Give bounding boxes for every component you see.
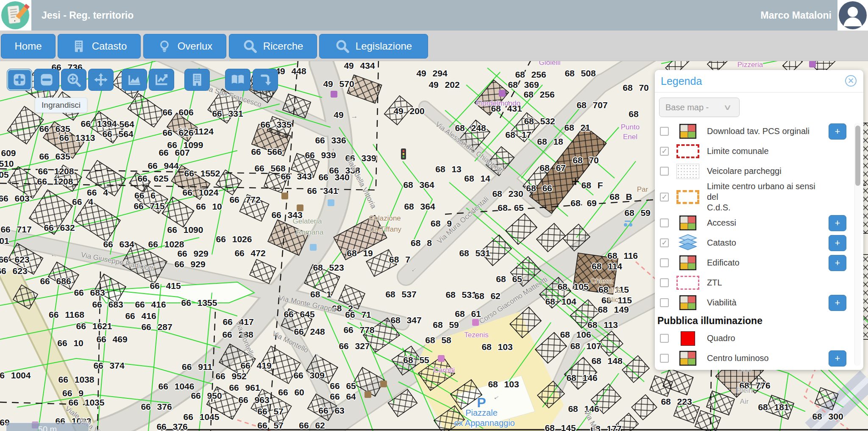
legend-label: Limite centro urbano ai sensi delC.d.S. bbox=[707, 181, 827, 213]
legend-layer-viabilit: Viabilità+ bbox=[659, 293, 863, 313]
basemap-dropdown[interactable]: Base map - ∨ bbox=[659, 98, 740, 117]
poi-icon bbox=[438, 355, 445, 362]
poi-icon bbox=[809, 61, 816, 67]
tab-catasto[interactable]: Catasto bbox=[58, 34, 141, 59]
add-layer-button-edificato[interactable]: + bbox=[829, 255, 846, 271]
tab-label: Home bbox=[14, 40, 42, 52]
orange-dashed-boundary-icon bbox=[676, 190, 699, 204]
legend-label: ZTL bbox=[707, 277, 722, 288]
checkbox-veicolare-parcheggi[interactable] bbox=[660, 167, 669, 176]
legend-layer-veicolare-parcheggi: Veicolare parcheggi bbox=[659, 161, 863, 181]
zoom-in-button[interactable] bbox=[7, 69, 32, 91]
legend-label: Viabilità bbox=[707, 297, 737, 308]
building-icon bbox=[72, 39, 86, 53]
chevron-down-icon: ∨ bbox=[723, 103, 732, 112]
buildings-button[interactable] bbox=[184, 69, 210, 91]
legend-label: Edificato bbox=[707, 257, 740, 268]
legend-label: Limite comunale bbox=[707, 146, 769, 157]
page-title: Jesi - Reg. territorio bbox=[42, 10, 134, 21]
legend-layer-ztl: ZTL bbox=[659, 273, 863, 293]
legend-layer-edificato: Edificato+ bbox=[659, 253, 863, 273]
legend-label: Quadro bbox=[707, 333, 735, 344]
traffic-light-icon bbox=[401, 148, 406, 160]
checkbox-ztl[interactable] bbox=[660, 278, 669, 287]
poi-icon bbox=[364, 391, 371, 398]
close-icon[interactable]: ✕ bbox=[845, 75, 857, 87]
logged-in-user: Marco Mataloni bbox=[761, 10, 832, 21]
tab-label: Catasto bbox=[92, 40, 127, 52]
legend-body: Base map - ∨ Download tav. PCS orginali+… bbox=[655, 92, 863, 370]
layers-icon bbox=[678, 234, 698, 252]
pan-icon bbox=[93, 72, 108, 87]
checkbox-centro-luminoso[interactable] bbox=[660, 354, 669, 363]
checkbox-viabilit[interactable] bbox=[660, 298, 669, 307]
add-layer-button-catasto[interactable]: + bbox=[829, 235, 846, 251]
building-icon bbox=[189, 72, 205, 87]
checkbox-quadro[interactable] bbox=[660, 334, 669, 343]
profile-chart-button[interactable] bbox=[122, 69, 147, 91]
tab-label: Overlux bbox=[178, 40, 213, 52]
legend-label: Catasto bbox=[707, 238, 736, 248]
dotted-fill-icon bbox=[676, 164, 699, 179]
legend-layer-limite-centro-urbano-ai-sensi-del: ✓Limite centro urbano ai sensi delC.d.S. bbox=[659, 181, 863, 213]
pink-dashed-boundary-icon bbox=[676, 276, 699, 290]
legend-layer-catasto: ✓Catasto+ bbox=[659, 233, 863, 253]
magnifier-icon bbox=[335, 39, 350, 53]
scale-bar: 50 m bbox=[6, 423, 89, 431]
fourcolor-layer-icon bbox=[679, 295, 696, 310]
magnifier-icon bbox=[243, 39, 257, 53]
trend-icon bbox=[154, 72, 169, 87]
checkbox-download-tav-pcs-orginali[interactable] bbox=[660, 127, 669, 136]
scale-text: 50 m bbox=[38, 425, 57, 431]
checkbox-accessi[interactable] bbox=[660, 218, 669, 227]
legend-book-button[interactable] bbox=[225, 69, 250, 91]
basemap-label: Base map - bbox=[665, 103, 709, 112]
fourcolor-layer-icon bbox=[679, 124, 696, 139]
fourcolor-layer-icon bbox=[679, 351, 696, 366]
legend-layer-limite-comunale: ✓Limite comunale bbox=[659, 141, 863, 161]
add-layer-button-centro-luminoso[interactable]: + bbox=[829, 350, 846, 367]
app-logo[interactable] bbox=[0, 0, 31, 31]
checkbox-limite-comunale[interactable]: ✓ bbox=[660, 147, 669, 156]
user-avatar-icon bbox=[837, 0, 868, 31]
legend-layer-download-tav-pcs-orginali: Download tav. PCS orginali+ bbox=[659, 121, 863, 141]
red-square-icon bbox=[681, 331, 695, 346]
tab-home[interactable]: Home bbox=[1, 34, 56, 59]
legend-label: Accessi bbox=[707, 218, 736, 228]
poi-icon bbox=[380, 381, 387, 387]
fourcolor-layer-icon bbox=[679, 216, 696, 230]
legend-layer-punto-luce: Punto luce+ bbox=[659, 368, 863, 370]
checkbox-catasto[interactable]: ✓ bbox=[660, 238, 669, 247]
tab-legislazione[interactable]: Legislazione bbox=[319, 34, 428, 59]
legend-title: Legenda bbox=[661, 75, 702, 87]
fourcolor-layer-icon bbox=[679, 255, 696, 270]
poi-icon bbox=[499, 90, 506, 97]
tab-overlux[interactable]: Overlux bbox=[143, 34, 226, 59]
area-icon bbox=[127, 72, 142, 87]
zoom-area-button[interactable] bbox=[61, 69, 86, 91]
legend-panel: Legenda ✕ Base map - ∨ Download tav. PCS… bbox=[655, 70, 863, 370]
notepad-pencil-icon bbox=[0, 0, 31, 31]
legend-scrollbar-thumb[interactable] bbox=[855, 126, 860, 186]
add-layer-button-download-tav-pcs-orginali[interactable]: + bbox=[829, 123, 846, 140]
checkbox-edificato[interactable] bbox=[660, 258, 669, 267]
tileminus-icon bbox=[39, 72, 54, 87]
poi-icon bbox=[297, 204, 303, 211]
legend-layer-quadro: Quadro bbox=[659, 328, 863, 348]
poi-icon bbox=[281, 193, 288, 199]
tab-label: Legislazione bbox=[356, 40, 412, 52]
poi-icon bbox=[331, 91, 337, 98]
legend-label: Download tav. PCS orginali bbox=[707, 126, 810, 137]
zoom-out-button[interactable] bbox=[34, 69, 59, 91]
tileplus-icon bbox=[12, 72, 27, 87]
pan-button[interactable] bbox=[88, 69, 114, 91]
add-layer-button-accessi[interactable]: + bbox=[829, 215, 846, 231]
download-button[interactable] bbox=[253, 69, 278, 91]
checkbox-limite-centro-urbano-ai-sensi-del[interactable]: ✓ bbox=[660, 193, 669, 202]
tab-ricerche[interactable]: Ricerche bbox=[229, 34, 317, 59]
book-icon bbox=[230, 72, 245, 87]
avatar[interactable] bbox=[837, 0, 868, 31]
add-layer-button-viabilit[interactable]: + bbox=[829, 295, 846, 311]
trend-chart-button[interactable] bbox=[149, 69, 174, 91]
legend-header: Legenda ✕ bbox=[655, 70, 863, 92]
